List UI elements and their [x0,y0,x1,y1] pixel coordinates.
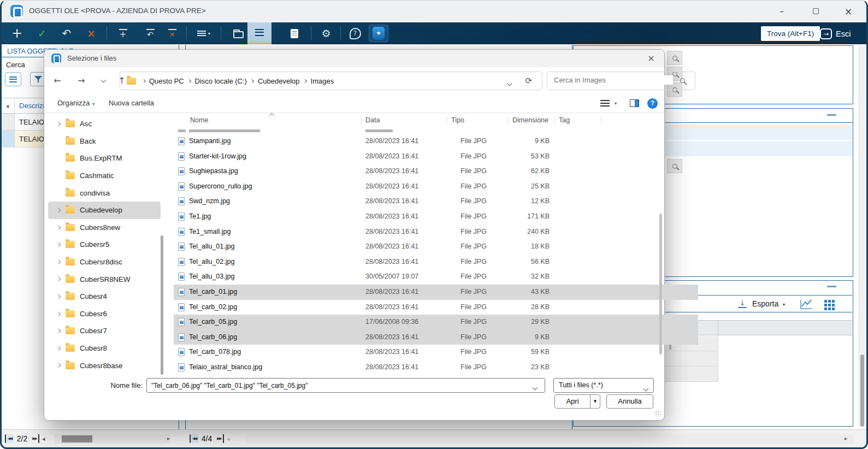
sort-column[interactable]: ▲ [2,98,15,113]
filetype-select[interactable]: Tutti i files (*.*) [553,378,654,393]
file-row[interactable]: Sughiepasta.jpg 28/08/2023 16:41 File JP… [174,164,698,179]
file-name[interactable]: Supercrono_rullo.jpg [189,179,252,194]
file-row[interactable]: Tel_allu_01.jpg 28/08/2023 16:41 File JP… [174,239,698,255]
row-add-button[interactable]: + [111,22,135,44]
chevron-expand-icon[interactable] [54,347,63,350]
file-name[interactable]: Tel_carb_078.jpg [189,345,241,360]
back-button[interactable]: ← [49,74,66,88]
scrollbar-thumb[interactable] [860,355,864,427]
chart-button[interactable] [799,298,813,312]
tree-item[interactable]: Back [48,133,161,150]
settings-button[interactable]: ⚙ [314,22,338,44]
file-row[interactable]: Tel_carb_078.jpg 28/08/2023 16:41 File J… [174,345,698,360]
view-mode-icon[interactable] [600,100,610,107]
file-name[interactable]: Te1.jpg [189,209,211,225]
file-row[interactable]: Tel_allu_03.jpg 30/05/2007 19:07 File JP… [174,269,698,285]
list-view-button[interactable] [247,22,271,44]
chevron-expand-icon[interactable] [54,209,63,212]
breadcrumb-label[interactable]: Disco locale (C:) [195,77,247,85]
filename-input[interactable] [146,378,545,393]
column-divider[interactable] [554,116,555,125]
preview-pane-button[interactable] [630,99,639,107]
tree-item[interactable]: Cubersr8disc [48,253,161,271]
dialog-search-box[interactable] [547,72,695,90]
tree-item[interactable]: Cashmatic [48,167,161,185]
file-row[interactable]: Te1.jpg 28/08/2023 16:41 File JPG 171 KB [174,209,698,225]
tree-item[interactable]: Cubersr5 [48,236,161,253]
file-row[interactable]: Tel_carb_05.jpg 17/06/2008 09:36 File JP… [174,315,698,330]
tree-item[interactable]: Asc [48,115,161,133]
chevron-expand-icon[interactable] [54,243,63,246]
lookup-button[interactable] [667,51,682,65]
file-name[interactable]: Telaio_astral_bianco.jpg [189,360,262,375]
file-row[interactable]: Tel_carb_01.jpg 28/08/2023 16:41 File JP… [174,285,698,300]
file-name[interactable]: Tel_carb_05.jpg [189,315,237,330]
dialog-help-button[interactable]: ? [647,98,658,109]
caret-down-icon[interactable]: ▾ [615,101,617,106]
first-page-button[interactable]: ◀◀ [5,434,14,443]
chevron-expand-icon[interactable] [54,226,63,229]
assistant-button[interactable]: ✦ [367,22,391,44]
file-name[interactable]: Tel_carb_06.jpg [189,330,237,345]
dialog-close-button[interactable]: × [645,52,658,64]
scroll-right-icon[interactable]: ▸ [167,435,170,441]
tree-item[interactable]: CuberSR8NEW [48,270,161,288]
file-name[interactable]: Te1_small.jpg [189,225,231,240]
tree-item[interactable]: Cubedevelop [48,202,161,219]
file-name[interactable]: Tel_allu_03.jpg [189,269,234,285]
column-header-data[interactable]: Data [365,116,380,124]
minimize-button[interactable]: – [771,4,793,19]
row-selector-cell[interactable] [2,114,15,130]
refresh-button[interactable]: ⟳ [525,76,532,86]
row-delete-button[interactable]: × [160,22,184,44]
file-name[interactable]: Tel_carb_01.jpg [189,285,237,300]
collapse-icon[interactable] [827,114,836,116]
search-input[interactable] [553,75,673,85]
tree-item[interactable]: Cubesr7 [48,322,161,340]
column-header-tipo[interactable]: Tipo [451,116,464,124]
breadcrumb-item[interactable]: Questo PC [138,77,184,85]
scroll-right-icon[interactable]: ▸ [845,435,847,441]
apri-split-dropdown[interactable]: ▼ [590,395,600,408]
scroll-left-icon[interactable]: ◂ [224,435,233,442]
list-mode-button[interactable] [5,72,21,86]
tree-scrollbar-thumb[interactable] [161,235,163,375]
chevron-expand-icon[interactable] [54,122,63,126]
menu-button[interactable]: ▾ [192,22,216,44]
esci-button[interactable]: →Esci [820,26,851,41]
row-undo-button[interactable]: ↶ [138,22,162,44]
scrollbar-thumb[interactable] [62,435,92,442]
collapse-icon[interactable] [827,286,836,287]
close-button[interactable]: × [837,4,859,19]
file-row[interactable]: Te1_small.jpg 28/08/2023 16:41 File JPG … [174,225,698,240]
main-vertical-scrollbar[interactable] [859,45,865,426]
breadcrumb[interactable]: Questo PCDisco locale (C:)CubedevelopIma… [120,72,542,90]
horizontal-scrollbar[interactable] [246,434,854,444]
open-folder-button[interactable] [226,22,250,44]
file-row[interactable]: Tel_carb_06.jpg 28/08/2023 16:41 File JP… [174,330,698,345]
chevron-expand-icon[interactable] [54,277,63,281]
file-list-scrollbar-thumb[interactable] [659,214,662,355]
esporta-button[interactable]: Esporta [752,299,778,308]
tree-item[interactable]: Cubesr6 [48,305,161,323]
new-button[interactable]: + [5,22,29,44]
chevron-expand-icon[interactable] [54,329,63,333]
file-row[interactable]: Swd_nzm.jpg 28/08/2023 16:41 File JPG 12… [174,194,698,209]
tree-item[interactable]: Cubesr8base [48,357,161,374]
chevron-expand-icon[interactable] [54,140,63,143]
undo-button[interactable]: ↶ [55,22,79,44]
help-button[interactable]: ? [343,22,367,44]
breadcrumb-label[interactable]: Images [311,77,334,85]
file-row[interactable]: Tel_allu_02.jpg 28/08/2023 16:41 File JP… [174,255,698,270]
column-divider[interactable] [447,116,447,125]
chevron-expand-icon[interactable] [54,261,63,264]
filename-dropdown-icon[interactable] [533,383,537,393]
breadcrumb-item[interactable]: Cubedevelop [247,77,300,85]
file-name[interactable]: Tel_allu_02.jpg [189,255,234,270]
chevron-expand-icon[interactable] [54,312,63,316]
tree-item[interactable]: condivisa [48,184,161,202]
file-name[interactable]: Sughiepasta.jpg [189,164,238,179]
tree-item[interactable]: Cubers8new [48,219,161,237]
recent-locations-button[interactable] [95,74,112,88]
horizontal-scrollbar[interactable] [54,434,170,444]
